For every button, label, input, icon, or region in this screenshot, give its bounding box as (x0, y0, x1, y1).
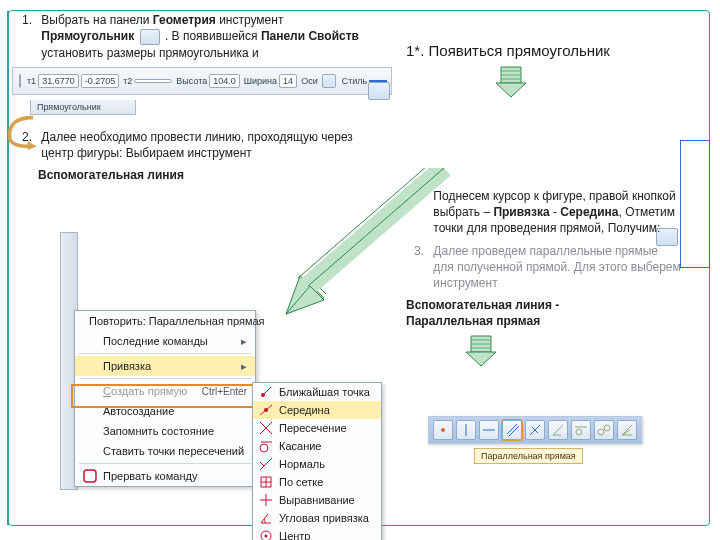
snap-align[interactable]: Выравнивание (253, 491, 381, 509)
property-panel-tab[interactable]: Прямоугольник (30, 100, 136, 115)
step-2-body: Далее необходимо провести линию, проходя… (41, 129, 361, 161)
axis-icon[interactable] (322, 74, 336, 88)
curved-arrow-icon (6, 112, 42, 152)
tool-bisector[interactable] (617, 420, 637, 440)
tangent-icon (259, 439, 273, 453)
stop-icon (83, 469, 97, 483)
step-1: 1. Выбрать на панели Геометрия инструмен… (12, 12, 374, 61)
context-menu-area: Повторить: Параллельная прямая Последние… (74, 310, 354, 487)
snap-submenu[interactable]: Ближайшая точка Середина Пересечение Кас… (252, 382, 382, 540)
svg-point-9 (576, 429, 582, 435)
height-field[interactable]: 104.0 (209, 74, 240, 88)
tool-horizontal-line[interactable] (479, 420, 499, 440)
snap-grid[interactable]: По сетке (253, 473, 381, 491)
middle-point-icon (259, 403, 273, 417)
pin-icon (19, 74, 21, 88)
toolbar-tooltip: Параллельная прямая (474, 448, 583, 464)
menu-remember-state[interactable]: Запомнить состояние (75, 421, 255, 441)
nearest-point-icon (259, 385, 273, 399)
rectangle-tool-icon (140, 29, 160, 45)
right-column: 1*. Появиться прямоугольник (406, 42, 706, 102)
snap-tangent[interactable]: Касание (253, 437, 381, 455)
menu-autocreate[interactable]: Автосоздание (75, 401, 255, 421)
normal-icon (259, 457, 273, 471)
svg-point-10 (598, 429, 604, 435)
tool-tangent-two[interactable] (594, 420, 614, 440)
result-1-title: 1*. Появиться прямоугольник (406, 42, 706, 59)
svg-point-5 (265, 535, 268, 538)
left-column: 1. Выбрать на панели Геометрия инструмен… (12, 12, 374, 182)
snap-nearest[interactable]: Ближайшая точка (253, 383, 381, 401)
snap-angular[interactable]: Угловая привязка (253, 509, 381, 527)
tool-parallel-line[interactable] (502, 420, 522, 440)
angular-icon (259, 511, 273, 525)
svg-point-2 (264, 408, 268, 412)
intersection-icon (259, 421, 273, 435)
tool-vertical-line[interactable] (456, 420, 476, 440)
snap-normal[interactable]: Нормаль (253, 455, 381, 473)
tool-angular-line[interactable] (548, 420, 568, 440)
svg-point-11 (604, 425, 610, 431)
align-icon (259, 493, 273, 507)
tool-tangent-outer[interactable] (571, 420, 591, 440)
arrow-diagonal-icon (272, 168, 452, 318)
context-menu[interactable]: Повторить: Параллельная прямая Последние… (74, 310, 256, 487)
property-panel: т131.6770-0.2705 т2 Высота104.0 Ширина14… (12, 67, 392, 95)
width-field[interactable]: 14 (279, 74, 297, 88)
tool-point[interactable] (433, 420, 453, 440)
menu-snap[interactable]: Привязка▸ (75, 356, 255, 376)
center-icon (259, 529, 273, 540)
snap-center[interactable]: Центр (253, 527, 381, 540)
svg-rect-0 (84, 470, 96, 482)
step-1-body: Выбрать на панели Геометрия инструмент П… (41, 12, 361, 61)
svg-point-3 (260, 444, 268, 452)
aux-line-toolbar (428, 416, 642, 444)
svg-point-8 (441, 428, 445, 432)
chevron-right-icon: ▸ (241, 360, 247, 373)
menu-repeat[interactable]: Повторить: Параллельная прямая (75, 311, 255, 331)
t2-field[interactable] (134, 79, 172, 83)
tool-perpendicular-line[interactable] (525, 420, 545, 440)
step-1-number: 1. (12, 12, 32, 28)
snap-intersection[interactable]: Пересечение (253, 419, 381, 437)
menu-create-line: Создать прямуюCtrl+Enter (75, 381, 255, 401)
menu-intersection-points[interactable]: Ставить точки пересечений (75, 441, 255, 461)
menu-abort[interactable]: Прервать команду (75, 466, 255, 486)
step-2: 2. Далее необходимо провести линию, прох… (12, 129, 374, 161)
t1-y-field[interactable]: -0.2705 (81, 74, 120, 88)
snap-middle[interactable]: Середина (253, 401, 381, 419)
arrow-down-icon (466, 334, 496, 368)
arrow-down-icon (496, 65, 526, 99)
chevron-right-icon: ▸ (241, 335, 247, 348)
menu-last-commands[interactable]: Последние команды▸ (75, 331, 255, 351)
t1-x-field[interactable]: 31.6770 (38, 74, 79, 88)
grid-icon (259, 475, 273, 489)
inline-tool-icon (368, 82, 390, 100)
